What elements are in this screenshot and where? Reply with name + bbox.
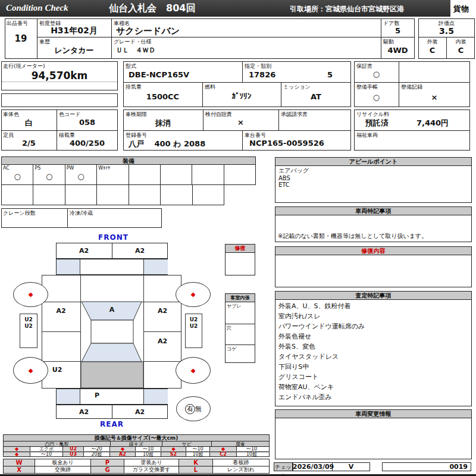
lot-number: 19 (5, 33, 37, 44)
maintenance-record-label: 整備記録 (401, 83, 422, 91)
assessment-line: 室内汚れ/スレ (278, 311, 468, 321)
assessment-line: エンドパネル歪み (278, 392, 468, 402)
spare-tire-indicator: 有無 (176, 396, 211, 421)
equipment-label: PW (67, 165, 74, 171)
chassis-value: NCP165-0059526 (249, 139, 324, 148)
equipment-label: AC (3, 165, 10, 171)
displacement-label: 排気量 (126, 83, 142, 91)
appeal-line: エアバッグ (275, 166, 471, 175)
front-right-wheel: ◆ (176, 282, 211, 307)
fuel-value: ｶﾞｿﾘﾝ (202, 92, 281, 101)
drive-value: 4WD (381, 46, 415, 55)
equipment-cell (192, 165, 224, 184)
body-color-value: 白 (1, 118, 57, 129)
recycle-fee: 7,440円 (416, 118, 449, 129)
check-number: 0019 (382, 463, 468, 471)
assessment-line: 外装A、U、S、鉄粉付着 (278, 301, 468, 311)
load-value: 400/250 (57, 139, 118, 148)
crane-label: クレーン段数 (3, 209, 36, 217)
title-bar: Condition Check 仙台入札会 804回 引取場所：宮城県仙台市宮城… (0, 0, 450, 17)
right-door-mark: A2 (143, 307, 181, 315)
maintenance-book-label: 整備手帳 (356, 83, 378, 91)
check-label-cell: チェック (274, 462, 293, 471)
legend-size: 10超 (237, 452, 267, 456)
category-label: 貨物 (453, 4, 469, 14)
score-value: 3.5 (418, 26, 475, 36)
legend-term: エクボ (30, 447, 63, 451)
equipment-mark: ○ (2, 172, 33, 181)
check-mark: V (332, 463, 370, 471)
warranty-mark: ○ (354, 70, 399, 79)
glass-roof-cargo-graphic (80, 275, 144, 389)
legend-group-rust: サビ (162, 441, 212, 446)
damage-diamond-icon: ◆ (4, 452, 30, 456)
inspection-value: 抹消 (123, 118, 203, 129)
grade-label: グレード・仕様 (114, 38, 152, 46)
history-value: レンタカー (37, 45, 111, 56)
displacement-value: 1500CC (123, 92, 202, 101)
condition-check-sheet: Condition Check 仙台入札会 804回 引取場所：宮城県仙台市宮城… (0, 0, 476, 476)
damage-code: A2 (110, 452, 136, 456)
maintenance-book-mark: ○ (354, 93, 399, 102)
odometer-extra-box (1, 93, 118, 107)
model-code-value: DBE-NCP165V (129, 70, 189, 79)
equipment-cell: PW ○ (65, 165, 97, 184)
assessment-line: 下回りS中 (278, 362, 468, 372)
class-number: 17826 (249, 70, 275, 79)
code-k-desc: 看板跡 (213, 459, 269, 466)
drive-label: 駆動 (383, 38, 394, 46)
rear-corner-left (57, 389, 80, 404)
damage-diamond-icon: ◆ (191, 368, 196, 374)
damage-diamond-icon: ◆ (29, 292, 33, 298)
equipment-mark: ○ (65, 172, 96, 181)
equipment-cell: PS ○ (33, 165, 65, 184)
rear-corner-right (143, 389, 168, 404)
transmission-value: AT (281, 92, 351, 101)
damage-diamond-icon: ◆ (110, 447, 136, 451)
rear-bumper-left-mark: A2 (56, 408, 112, 416)
capacity-value: 2/5 (1, 139, 57, 148)
vehicle-notes-panel: 車両特記事項 ※記載のない書類・機器等は無しとして取り扱います。 (275, 206, 472, 242)
code-p-desc: 塗装あり (124, 459, 179, 466)
maintenance-record-mark: × (399, 93, 470, 102)
damage-code: C2 (210, 452, 237, 456)
vehicle-notes-disclaimer: ※記載のない書類・機器等は無しとして取り扱います。 (278, 232, 427, 240)
equipment-label: PS (35, 165, 40, 171)
equipment-cell (97, 185, 129, 205)
equipment-cell: AC ○ (2, 165, 33, 184)
code-w: W (4, 459, 35, 466)
cowl-corner-right (143, 259, 168, 274)
code-k: K (179, 459, 213, 466)
approval-label: 承認請求書 (281, 111, 308, 118)
legend-size: 20超 (84, 452, 110, 456)
interior-grade: C (447, 46, 475, 55)
damage-diamond-icon: ◆ (4, 447, 30, 451)
cabin-lining-title: 客室内張 (226, 294, 255, 302)
code-g: G (91, 466, 124, 473)
equipment-cell: Wﾀｲﾔ (97, 165, 129, 184)
equipment-cell (161, 165, 192, 184)
equipment-mark: ○ (33, 172, 64, 181)
damage-diamond-icon: ◆ (191, 292, 196, 298)
legend-size: 10超 (136, 452, 161, 456)
class-label: 指定・類別 (245, 62, 271, 70)
code-p: P (91, 459, 124, 466)
lining-cell-tear: ヤブレ (226, 302, 255, 324)
legend-group-scratch: 線キズ (111, 441, 162, 446)
transmission-label: ミッション (283, 83, 311, 91)
rear-left-wheel: ◆ (13, 357, 48, 384)
appeal-line: ETC (275, 181, 471, 188)
legend-size: 〜10 (30, 452, 63, 456)
front-bumper-right-mark: A2 (112, 247, 168, 255)
front-bumper-left-mark: A2 (56, 247, 112, 255)
check-date: 2026/03/09 (293, 463, 332, 471)
model-code-label: 型式 (126, 62, 136, 70)
equipment-cell (65, 185, 97, 205)
code-x: X (4, 466, 35, 473)
insurance-mark: × (203, 118, 278, 127)
appeal-line: ABS (275, 175, 471, 181)
assessment-line: 外装色褪せ (278, 331, 468, 342)
legend-group-corrosion: 腐食 (212, 441, 269, 446)
change-info-panel: 車両変更情報 (275, 409, 472, 459)
rear-label: REAR (100, 420, 124, 428)
